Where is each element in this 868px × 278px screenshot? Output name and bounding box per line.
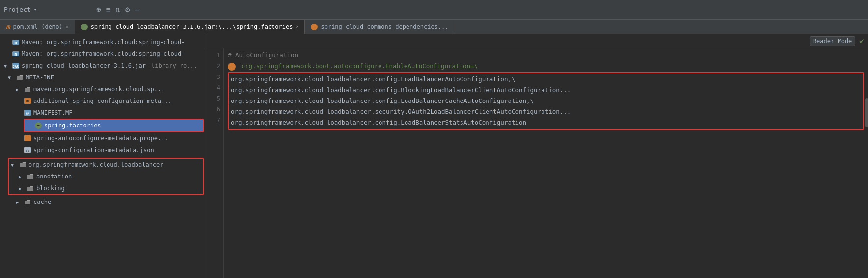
toolbar-icons: ⊕ ≡ ⇅ ⚙ —: [96, 5, 139, 14]
sidebar-item-org-package[interactable]: ▼ org.springframework.cloud.loadbalancer: [9, 159, 203, 171]
maven1-label: Maven: org.springframework.cloud:spring-…: [22, 39, 185, 46]
tab-spring-factories[interactable]: spring-cloud-loadbalancer-3.1.6.jar!\...…: [75, 20, 305, 34]
spring-factories-highlight-box: spring.factories: [24, 119, 204, 132]
spring-config-meta-icon: {}: [24, 146, 31, 154]
settings-icon[interactable]: ⚙: [125, 5, 130, 14]
manifest-label: MANIFEST.MF: [33, 109, 72, 116]
spring-factories-file-icon: [34, 122, 42, 129]
sidebar-item-meta-inf[interactable]: ▼ META-INF: [0, 72, 206, 83]
maven1-icon: m: [12, 38, 20, 46]
code-line-7: org.springframework.cloud.loadbalancer.c…: [229, 117, 863, 128]
code-box: org.springframework.cloud.loadbalancer.c…: [228, 72, 864, 130]
code-line-6: org.springframework.cloud.loadbalancer.s…: [229, 106, 863, 117]
main-area: m Maven: org.springframework.cloud:sprin…: [0, 34, 868, 278]
meta-inf-folder-icon: [16, 74, 24, 81]
blocking-folder-icon: [27, 184, 34, 192]
line-num-7: 7: [206, 115, 220, 126]
expand-all-icon[interactable]: ≡: [106, 5, 111, 14]
sidebar-item-jar[interactable]: ▼ JAR spring-cloud-loadbalancer-3.1.6.ja…: [0, 60, 206, 72]
code-line-5: org.springframework.cloud.loadbalancer.c…: [229, 96, 863, 106]
code-area: # AutoConfiguration org.springframework.…: [224, 48, 868, 278]
collapse-all-icon[interactable]: ⇅: [115, 5, 120, 14]
arrow-maven-sp: ▶: [16, 87, 22, 92]
manifest-icon: MF: [24, 109, 31, 117]
sidebar-item-maven1[interactable]: m Maven: org.springframework.cloud:sprin…: [0, 36, 206, 48]
sidebar-item-maven2[interactable]: m Maven: org.springframework.cloud:sprin…: [0, 48, 206, 60]
meta-inf-label: META-INF: [26, 74, 54, 81]
maven-sp-folder-icon: [24, 85, 31, 93]
line-num-1: 1: [206, 50, 220, 61]
sidebar-item-spring-config-meta[interactable]: {} spring-configuration-metadata.json: [0, 144, 206, 156]
org-package-label: org.springframework.cloud.loadbalancer: [28, 161, 163, 168]
sidebar-item-annotation[interactable]: ▶ annotation: [9, 171, 203, 182]
org-package-folder-icon: [19, 161, 27, 169]
sidebar-item-additional[interactable]: ⚙ additional-spring-configuration-meta..…: [0, 95, 206, 107]
line-numbers: 1 2 3 4 5 6 7: [206, 48, 224, 278]
additional-icon: ⚙: [24, 97, 31, 105]
sidebar-item-cache[interactable]: ▶ cache: [0, 196, 206, 208]
tab-spring-commons-label: spring-cloud-commons-dependencies...: [321, 24, 448, 30]
line7-text: org.springframework.cloud.loadbalancer.c…: [231, 119, 526, 126]
key-icon: [228, 63, 236, 71]
jar-sublabel: library ro...: [148, 62, 197, 69]
tab-spring-factories-label: spring-cloud-loadbalancer-3.1.6.jar!\...…: [91, 24, 293, 30]
line-num-4: 4: [206, 82, 220, 93]
line1-text: # AutoConfiguration: [228, 51, 298, 59]
annotation-label: annotation: [36, 173, 72, 180]
spring-factories-label: spring.factories: [44, 122, 101, 129]
project-panel-header: Project ▾: [4, 6, 92, 13]
tab-spring-commons[interactable]: spring-cloud-commons-dependencies...: [305, 20, 455, 34]
additional-label: additional-spring-configuration-meta...: [33, 98, 172, 104]
cache-folder-icon: [24, 198, 31, 206]
line2-text: org.springframework.boot.autoconfigure.E…: [242, 62, 478, 70]
editor-top-bar: Reader Mode ✔: [206, 34, 868, 48]
code-line-2: org.springframework.boot.autoconfigure.E…: [228, 61, 864, 72]
reader-mode-button[interactable]: Reader Mode: [810, 36, 855, 46]
line3-text: org.springframework.cloud.loadbalancer.c…: [231, 76, 515, 83]
sidebar-item-manifest[interactable]: MF MANIFEST.MF: [0, 107, 206, 119]
line-num-5: 5: [206, 93, 220, 104]
svg-text:⚙: ⚙: [27, 100, 28, 103]
annotation-folder-icon: [27, 173, 34, 180]
add-icon[interactable]: ⊕: [96, 5, 101, 14]
editor-area: Reader Mode ✔ 1 2 3 4 5 6 7 # AutoConfig…: [206, 34, 868, 278]
code-line-1: # AutoConfiguration: [228, 50, 864, 61]
arrow-jar: ▼: [4, 63, 10, 69]
svg-rect-12: [24, 135, 31, 141]
close-panel-icon[interactable]: —: [135, 5, 140, 14]
maven2-label: Maven: org.springframework.cloud:spring-…: [22, 51, 185, 57]
line-num-2: 2: [206, 61, 220, 72]
tab-pom-close[interactable]: ✕: [66, 24, 69, 29]
maven-icon: m: [6, 23, 10, 31]
svg-text:JAR: JAR: [13, 65, 19, 69]
tab-pom[interactable]: m pom.xml (demo) ✕: [0, 20, 75, 34]
project-sidebar: m Maven: org.springframework.cloud:sprin…: [0, 34, 206, 278]
spring-factories-tab-icon: [81, 24, 88, 30]
toolbar: Project ▾ ⊕ ≡ ⇅ ⚙ —: [0, 0, 868, 20]
maven-sp-label: maven.org.springframework.cloud.sp...: [33, 86, 164, 93]
tabs-bar: m pom.xml (demo) ✕ spring-cloud-loadbala…: [0, 20, 868, 34]
sidebar-item-blocking[interactable]: ▶ blocking: [9, 182, 203, 194]
arrow-blocking: ▶: [19, 186, 25, 191]
arrow-meta-inf: ▼: [8, 75, 14, 80]
sidebar-item-spring-autoconfigure[interactable]: spring-autoconfigure-metadata.prope...: [0, 132, 206, 144]
org-package-highlight-box: ▼ org.springframework.cloud.loadbalancer…: [8, 158, 204, 195]
svg-text:MF: MF: [26, 112, 29, 115]
spring-config-meta-label: spring-configuration-metadata.json: [33, 147, 154, 153]
line6-text: org.springframework.cloud.loadbalancer.s…: [231, 108, 570, 115]
sidebar-item-maven-sp[interactable]: ▶ maven.org.springframework.cloud.sp...: [0, 83, 206, 95]
line4-text: org.springframework.cloud.loadbalancer.c…: [231, 86, 570, 94]
line-num-6: 6: [206, 104, 220, 115]
jar-label: spring-cloud-loadbalancer-3.1.6.jar: [22, 62, 146, 69]
tab-spring-factories-close[interactable]: ✕: [296, 24, 298, 29]
check-icon: ✔: [859, 36, 864, 46]
project-label: Project: [4, 6, 31, 13]
sidebar-item-spring-factories[interactable]: spring.factories: [25, 120, 203, 131]
spring-autoconfigure-icon: [24, 134, 31, 142]
project-dropdown-arrow[interactable]: ▾: [34, 7, 37, 12]
svg-text:m: m: [15, 41, 17, 45]
svg-text:m: m: [15, 52, 17, 57]
jar-icon: JAR: [12, 62, 20, 70]
svg-text:{}: {}: [26, 149, 29, 153]
cache-label: cache: [33, 199, 51, 205]
